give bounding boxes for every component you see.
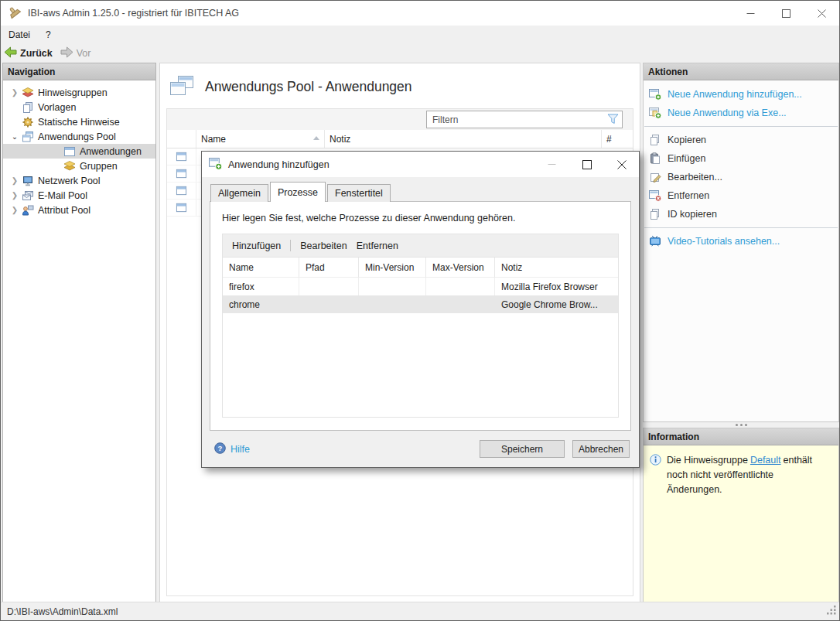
- chevron-down-icon[interactable]: ⌄: [9, 132, 20, 141]
- action-label: Video-Tutorials ansehen...: [668, 236, 780, 247]
- dialog-title-bar: Anwendung hinzufügen: [202, 152, 639, 177]
- sidebar-item-label: Anwendungen: [80, 146, 142, 157]
- action-kopieren[interactable]: Kopieren: [644, 131, 838, 149]
- app-window: IBI-aws Admin 1.25.0 - registriert für I…: [0, 0, 840, 621]
- back-icon: [4, 46, 17, 60]
- information-message: Die HinweisgruppeDefaultenthält noch nic…: [667, 453, 829, 496]
- sidebar-item-anwendungen[interactable]: Anwendungen: [3, 144, 155, 159]
- process-edit-button[interactable]: Bearbeiten: [300, 241, 347, 251]
- sidebar-item-hinweisgruppen[interactable]: ❯ Hinweisgruppen: [3, 85, 155, 100]
- column-header-label: Notiz: [330, 134, 350, 145]
- column-header-notiz[interactable]: Notiz: [325, 130, 602, 148]
- paste-icon: [649, 152, 661, 165]
- filter-funnel-icon[interactable]: [607, 114, 619, 127]
- help-icon: ?: [214, 442, 226, 456]
- process-row-firefox[interactable]: firefox Mozilla Firefox Browser: [223, 278, 618, 295]
- cell-min-version: [359, 295, 426, 313]
- action-bearbeiten[interactable]: Bearbeiten...: [644, 168, 838, 186]
- filter-input[interactable]: [426, 111, 623, 128]
- menu-datei[interactable]: Datei: [1, 27, 38, 43]
- action-entfernen[interactable]: Entfernen: [644, 186, 838, 205]
- nav-toolbar: Zurück Vor: [1, 43, 839, 63]
- tab-prozesse[interactable]: Prozesse: [270, 182, 326, 202]
- table-header-row: Name Notiz #: [167, 130, 633, 148]
- dialog-title: Anwendung hinzufügen: [228, 159, 330, 170]
- process-add-button[interactable]: Hinzufügen: [232, 241, 281, 251]
- copy-id-icon: [649, 208, 661, 220]
- navigation-header: Navigation: [3, 63, 155, 80]
- save-button[interactable]: Speichern: [480, 440, 565, 458]
- maximize-button[interactable]: [768, 1, 804, 26]
- panel-splitter[interactable]: [643, 422, 839, 428]
- navigation-tree: ❯ Hinweisgruppen Vorlagen Statische Hinw…: [3, 80, 155, 217]
- action-einfuegen[interactable]: Einfügen: [644, 149, 838, 168]
- sort-asc-icon: [313, 136, 319, 140]
- chevron-right-icon[interactable]: ❯: [9, 88, 20, 97]
- column-header-name[interactable]: Name: [223, 258, 299, 278]
- dialog-maximize-button[interactable]: [569, 152, 604, 177]
- action-label: Neue Anwendung hinzufügen...: [668, 89, 802, 100]
- action-neue-anwendung-hinzufuegen[interactable]: Neue Anwendung hinzufügen...: [644, 85, 838, 104]
- column-header-notiz[interactable]: Notiz: [495, 258, 618, 278]
- cell-max-version: [426, 295, 495, 313]
- back-button[interactable]: Zurück: [1, 45, 57, 62]
- process-groupbox: Hinzufügen Bearbeiten Entfernen Name Pfa…: [222, 234, 619, 418]
- column-header-max-version[interactable]: Max-Version: [426, 258, 495, 278]
- column-header-count[interactable]: #: [602, 130, 633, 148]
- sidebar-item-label: E-Mail Pool: [38, 190, 87, 201]
- column-header-label: #: [606, 134, 612, 145]
- dialog-footer: ? Hilfe Speichern Abbrechen: [202, 431, 639, 467]
- column-header-min-version[interactable]: Min-Version: [359, 258, 426, 278]
- action-video-tutorials[interactable]: Video-Tutorials ansehen...: [644, 232, 838, 251]
- minimize-button[interactable]: [732, 1, 768, 26]
- actions-header: Aktionen: [644, 63, 838, 80]
- sidebar-item-label: Anwendungs Pool: [38, 131, 116, 142]
- email-pool-icon: [22, 189, 34, 202]
- process-row-chrome[interactable]: chrome Google Chrome Brow...: [223, 295, 618, 313]
- sidebar-item-gruppen[interactable]: Gruppen: [3, 159, 155, 173]
- cancel-button[interactable]: Abbrechen: [572, 440, 630, 458]
- sidebar-item-label: Vorlagen: [38, 102, 76, 113]
- information-header: Information: [644, 428, 838, 445]
- sidebar-item-label: Statische Hinweise: [38, 117, 120, 128]
- video-icon: [649, 235, 661, 247]
- info-icon: [650, 454, 661, 496]
- chevron-right-icon[interactable]: ❯: [9, 176, 20, 185]
- sidebar-item-attribut-pool[interactable]: ❯ Attribut Pool: [3, 203, 155, 217]
- data-file-path: D:\IBI-aws\Admin\Data.xml: [7, 606, 118, 617]
- tab-allgemein[interactable]: Allgemein: [210, 184, 268, 202]
- anwendung-icon: [63, 145, 76, 158]
- column-header-name[interactable]: Name: [196, 130, 325, 148]
- action-id-kopieren[interactable]: ID kopieren: [644, 205, 838, 223]
- anwendungs-pool-title-icon: [169, 74, 195, 100]
- new-window-icon: [209, 157, 222, 172]
- window-title: IBI-aws Admin 1.25.0 - registriert für I…: [28, 8, 239, 19]
- help-link[interactable]: ? Hilfe: [214, 442, 250, 456]
- statische-hinweise-icon: [22, 116, 34, 128]
- sidebar-item-vorlagen[interactable]: Vorlagen: [3, 100, 155, 114]
- anwendung-hinzufuegen-dialog: Anwendung hinzufügen Allgemein Prozesse …: [201, 151, 640, 468]
- icon-column-header: [167, 130, 196, 148]
- default-group-link[interactable]: Default: [750, 455, 781, 466]
- forward-button[interactable]: Vor: [57, 45, 96, 62]
- help-label: Hilfe: [230, 444, 250, 455]
- sidebar-item-email-pool[interactable]: ❯ E-Mail Pool: [3, 188, 155, 203]
- column-header-pfad[interactable]: Pfad: [299, 258, 359, 278]
- chevron-right-icon[interactable]: ❯: [9, 206, 20, 214]
- sidebar-item-anwendungs-pool[interactable]: ⌄ Anwendungs Pool: [3, 129, 155, 144]
- process-remove-button[interactable]: Entfernen: [357, 241, 398, 251]
- cell-notiz: Google Chrome Brow...: [495, 295, 618, 313]
- cell-pfad: [299, 278, 359, 295]
- action-neue-anwendung-via-exe[interactable]: Neue Anwendung via Exe...: [644, 104, 838, 122]
- resize-grip[interactable]: [827, 606, 837, 618]
- process-table-header: Name Pfad Min-Version Max-Version Notiz: [223, 258, 618, 278]
- cell-pfad: [299, 295, 359, 313]
- menu-help[interactable]: ?: [38, 27, 59, 43]
- close-button[interactable]: [804, 1, 839, 26]
- window-icon: [167, 148, 196, 165]
- sidebar-item-netzwerk-pool[interactable]: ❯ Netzwerk Pool: [3, 173, 155, 188]
- chevron-right-icon[interactable]: ❯: [9, 191, 20, 200]
- tab-fenstertitel[interactable]: Fenstertitel: [327, 184, 391, 202]
- dialog-close-button[interactable]: [604, 152, 639, 177]
- sidebar-item-statische-hinweise[interactable]: Statische Hinweise: [3, 114, 155, 129]
